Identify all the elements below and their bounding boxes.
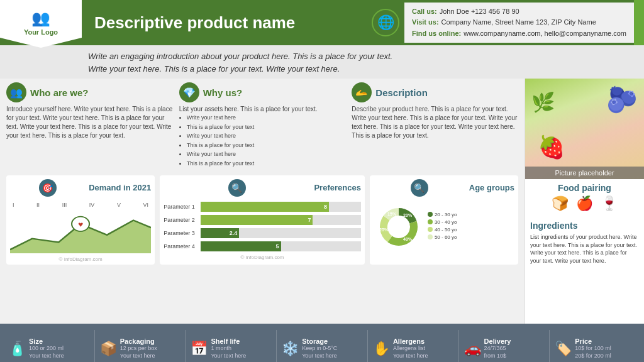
pref-bars: Parameter 18Parameter 27Parameter 32.4Pa… <box>164 202 361 251</box>
ingredients-section: Ingredients List ingredients of your pro… <box>525 218 644 267</box>
demand-icon: 🎯 <box>39 179 57 197</box>
bottom-item-subtitle: 100 or 200 ml Your text here <box>29 345 64 359</box>
legend-item: 40 - 50 yo <box>428 227 457 233</box>
who-are-we-card: 👥 Who are we? Introduce yourself here. W… <box>6 82 173 169</box>
bottom-item: 🚗Delivery24/7/365 from 10$ <box>462 335 547 362</box>
globe-icon: 🌐 <box>372 9 399 36</box>
demand-chart: IIIIIIIVVVI ♥ <box>10 202 151 255</box>
who-body: Introduce yourself here. Write your text… <box>6 105 173 140</box>
demand-axis-label: IV <box>89 202 95 208</box>
ingredients-text: List ingredients of your product here. W… <box>530 233 639 265</box>
pref-bar-fill: 2.4 <box>201 228 239 238</box>
bottom-item-icon: ❄️ <box>282 341 299 357</box>
bottom-item-title: Shelf life <box>211 337 246 345</box>
pref-title: Preferences <box>314 183 360 192</box>
visit-label: Visit us: <box>412 17 439 28</box>
bottom-item-title: Price <box>575 337 611 345</box>
wine-icon: 🍷 <box>601 195 618 212</box>
pref-bar-fill: 5 <box>201 241 280 251</box>
bottom-item-title: Delivery <box>484 337 511 345</box>
right-sidebar: 🫐 🌿 🍓 Picture placeholder Food pairing 🍞… <box>525 79 644 324</box>
pref-row: Parameter 27 <box>164 215 361 225</box>
bottom-divider <box>367 330 368 362</box>
who-icon: 👥 <box>6 82 26 102</box>
bottom-item-title: Allergens <box>393 337 428 345</box>
visit-value: Company Name, Street Name 123, ZIP City … <box>441 17 596 28</box>
bottom-item-subtitle: 12 pcs per box Your text here <box>120 345 157 359</box>
bottom-item: ❄️StorageKeep in 0-5°C Your text here <box>279 335 365 362</box>
donut-segment <box>387 221 418 245</box>
logo-icon: 👥 <box>31 9 50 27</box>
who-title: Who are we? <box>30 87 89 98</box>
desc-title: Description <box>375 87 428 98</box>
preferences-card: 🔍 Preferences Parameter 18Parameter 27Pa… <box>160 175 365 265</box>
demand-card: 🎯 Demand in 2021 IIIIIIIVVVI ♥ © InfoDia… <box>6 175 155 265</box>
intro-text2: Write your text here. This is a place fo… <box>88 63 631 75</box>
bottom-divider <box>549 330 550 362</box>
why-us-card: 💎 Why us? List your assets here. This is… <box>179 82 346 169</box>
food-pairing-section: Food pairing 🍞 🍎 🍷 <box>525 179 644 218</box>
demand-axis-label: V <box>117 202 121 208</box>
bottom-item: 📦Packaging12 pcs per box Your text here <box>97 335 183 362</box>
pref-bar-container: 2.4 <box>201 228 361 238</box>
demand-axis-label: VI <box>143 202 149 208</box>
intro-text1: Write an engaging introduction about you… <box>88 50 631 63</box>
bottom-item-subtitle: Allergens list Your text here <box>393 345 428 359</box>
logo-area: 👥 Your Logo <box>0 0 82 48</box>
bread-icon: 🍞 <box>552 195 569 212</box>
demand-axis-label: III <box>62 202 67 208</box>
bottom-item-icon: ✋ <box>373 341 390 357</box>
header: 👥 Your Logo Descriptive product name 🌐 C… <box>0 0 644 45</box>
contact-area: Call us: John Doe +123 456 78 90 Visit u… <box>404 3 634 43</box>
bottom-divider <box>458 330 459 362</box>
bottom-item: 🧴Size100 or 200 ml Your text here <box>6 335 92 362</box>
intro-section: Write an engaging introduction about you… <box>0 45 644 79</box>
legend-dot <box>428 219 433 224</box>
svg-text:15%: 15% <box>387 211 397 216</box>
header-accent <box>634 0 644 45</box>
pref-bar-fill: 7 <box>201 215 313 225</box>
age-title: Age groups <box>469 183 514 192</box>
info-row-top: 👥 Who are we? Introduce yourself here. W… <box>0 79 525 173</box>
bottom-item: 📅Shelf life1 month Your text here <box>188 335 274 362</box>
demand-axis: IIIIIIIVVVI <box>10 202 151 208</box>
food-pairing-title: Food pairing <box>529 183 640 193</box>
donut-chart: 20%40%25%15% <box>374 202 424 252</box>
food-icons: 🍞 🍎 🍷 <box>529 195 640 212</box>
stats-row: 🎯 Demand in 2021 IIIIIIIVVVI ♥ © InfoDia… <box>0 173 525 267</box>
logo-text: Your Logo <box>24 28 58 36</box>
why-intro: List your assets here. This is a place f… <box>179 106 318 112</box>
age-groups-card: 🔍 Age groups 20%40%25%15% 20 - 30 yo30 -… <box>370 175 518 265</box>
legend-item: 50 - 60 yo <box>428 234 457 240</box>
call-value: John Doe +123 456 78 90 <box>440 6 519 18</box>
bottom-item-subtitle: Keep in 0-5°C Your text here <box>302 345 337 359</box>
why-title: Why us? <box>203 87 243 98</box>
product-title: Descriptive product name <box>82 13 372 33</box>
donut-legend: 20 - 30 yo30 - 40 yo40 - 50 yo50 - 60 yo <box>428 212 457 242</box>
bottom-item-icon: 🏷️ <box>555 341 572 357</box>
pref-row: Parameter 32.4 <box>164 228 361 238</box>
bottom-divider <box>276 330 277 362</box>
sidebar-image: 🫐 🌿 🍓 Picture placeholder <box>525 79 644 179</box>
legend-dot <box>428 227 433 232</box>
bottom-item-icon: 📅 <box>191 341 208 357</box>
bottom-item-title: Packaging <box>120 337 157 345</box>
call-label: Call us: <box>412 6 437 18</box>
legend-dot <box>428 234 433 239</box>
description-card: 🫴 Description Describe your product here… <box>352 82 518 169</box>
svg-text:40%: 40% <box>403 237 413 241</box>
bottom-item: 🏷️Price10$ for 100 ml 20$ for 200 ml <box>552 335 638 362</box>
pref-icon: 🔍 <box>228 179 246 197</box>
donut-container: 20%40%25%15% 20 - 30 yo30 - 40 yo40 - 50… <box>374 202 514 252</box>
demand-axis-label: I <box>13 202 14 208</box>
desc-icon: 🫴 <box>352 82 372 102</box>
ingredients-title: Ingredients <box>530 221 639 231</box>
legend-dot <box>428 212 433 217</box>
bottom-item-subtitle: 24/7/365 from 10$ <box>484 345 511 359</box>
bottom-item-icon: 📦 <box>100 341 117 357</box>
bottom-item-title: Size <box>29 337 64 345</box>
pref-bar-container: 8 <box>201 202 361 212</box>
svg-text:25%: 25% <box>379 227 389 231</box>
left-content: 👥 Who are we? Introduce yourself here. W… <box>0 79 525 324</box>
legend-item: 20 - 30 yo <box>428 212 457 217</box>
